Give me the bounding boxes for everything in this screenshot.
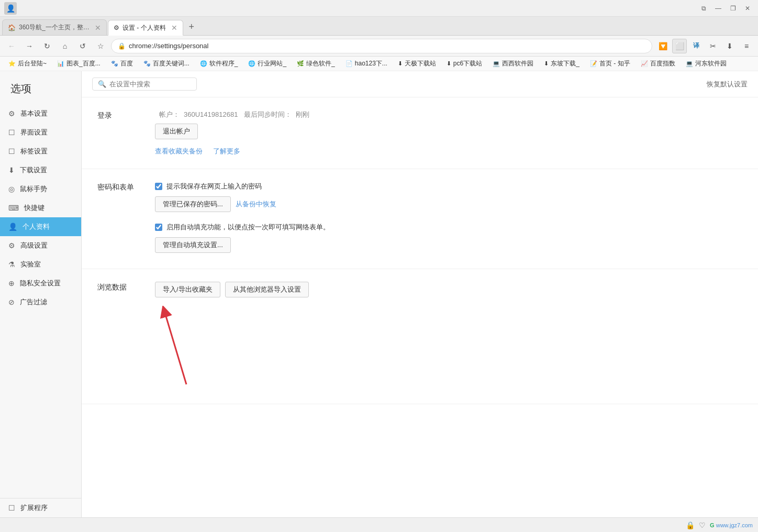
- import-export-btn[interactable]: 导入/导出收藏夹: [155, 282, 220, 297]
- account-prefix: 帐户：: [159, 110, 180, 118]
- advanced-settings-icon: ⚙: [8, 241, 15, 250]
- favorite-btn[interactable]: ☆: [93, 39, 108, 53]
- login-body: 帐户：360U1419812681 最后同步时间：刚刚 退出帐户 查看收藏夹备份…: [155, 110, 742, 156]
- sidebar-item-lab[interactable]: ⚗ 实验室: [0, 255, 81, 274]
- bookmark-4[interactable]: 🌐软件程序_: [196, 58, 242, 69]
- browsing-data-body: 导入/导出收藏夹 从其他浏览器导入设置: [155, 282, 742, 391]
- learn-more-link[interactable]: 了解更多: [213, 147, 240, 155]
- status-bar: 🔒 ♡ G www.jgz7.com: [0, 517, 758, 532]
- tab-1-close[interactable]: ✕: [171, 24, 177, 32]
- autofill-row: 启用自动填充功能，以便点按一次即可填写网络表单。: [155, 223, 742, 232]
- bookmark-14[interactable]: 💻河东软件园: [682, 58, 731, 69]
- extensions-sidebar-icon: ☐: [8, 504, 15, 512]
- sync-time: 刚刚: [296, 110, 309, 118]
- history-btn[interactable]: ↺: [75, 39, 90, 53]
- tab-1-favicon: ⚙: [114, 24, 119, 31]
- tab-0[interactable]: 🏠 360导航_一个主页，整个世界 ✕: [2, 19, 107, 35]
- back-btn[interactable]: ←: [4, 39, 19, 53]
- browsing-data-section: 浏览数据 导入/导出收藏夹 从其他浏览器导入设置: [82, 269, 758, 404]
- autofill-label: 启用自动填充功能，以便点按一次即可填写网络表单。: [166, 223, 330, 232]
- sidebar-item-basic[interactable]: ⚙ 基本设置: [0, 104, 81, 123]
- logout-btn[interactable]: 退出帐户: [155, 124, 198, 139]
- sync-prefix: 最后同步时间：: [244, 110, 292, 118]
- bookmark-5[interactable]: 🌐行业网站_: [244, 58, 291, 69]
- forward-btn[interactable]: →: [22, 39, 37, 53]
- sidebar-bottom: ☐ 扩展程序: [0, 498, 81, 517]
- title-bar-left: 👤: [4, 2, 17, 15]
- sidebar-item-adblock[interactable]: ⊘ 广告过滤: [0, 293, 81, 312]
- autofill-checkbox[interactable]: [155, 224, 162, 231]
- window-close-btn[interactable]: ✕: [741, 2, 754, 15]
- sidebar-item-download-label: 下载设置: [20, 165, 47, 175]
- menu-btn[interactable]: ≡: [739, 39, 754, 53]
- bookmark-11[interactable]: ⬇东坡下载_: [540, 58, 584, 69]
- browsing-data-label: 浏览数据: [97, 282, 139, 391]
- sidebar-item-shortcut[interactable]: ⌨ 快捷键: [0, 198, 81, 217]
- tab-1[interactable]: ⚙ 设置 - 个人资料 ✕: [108, 20, 183, 36]
- search-input[interactable]: [109, 80, 193, 88]
- sidebar-item-download[interactable]: ⬇ 下载设置: [0, 161, 81, 180]
- refresh-btn[interactable]: ↻: [40, 39, 54, 53]
- download-btn[interactable]: ⬇: [722, 39, 737, 53]
- ui-settings-icon: ☐: [8, 128, 15, 137]
- sidebar-item-lab-label: 实验室: [20, 260, 41, 269]
- sidebar-item-profile[interactable]: 👤 个人资料: [0, 217, 81, 236]
- nav-right: 🔽 ⬜ 译 ✂ ⬇ ≡: [655, 39, 754, 53]
- address-bar[interactable]: 🔒 chrome://settings/personal: [111, 39, 652, 53]
- window-new-btn[interactable]: ⧉: [697, 2, 710, 15]
- bookmark-6[interactable]: 🌿绿色软件_: [293, 58, 339, 69]
- remember-password-row: 提示我保存在网页上输入的密码: [155, 182, 742, 191]
- scissors-btn[interactable]: ✂: [706, 39, 720, 53]
- lab-settings-icon: ⚗: [8, 260, 15, 269]
- tab-settings-icon: ☐: [8, 147, 15, 156]
- sidebar-item-extensions[interactable]: ☐ 扩展程序: [0, 498, 81, 517]
- status-right: 🔒 ♡ G www.jgz7.com: [686, 521, 753, 529]
- reset-defaults-btn[interactable]: 恢复默认设置: [707, 80, 748, 89]
- bookmark-8[interactable]: ⬇天极下载站: [394, 58, 440, 69]
- restore-backup-link[interactable]: 从备份中恢复: [236, 200, 276, 208]
- manage-autofill-btn[interactable]: 管理自动填充设置...: [155, 237, 231, 253]
- tab-bar: 🏠 360导航_一个主页，整个世界 ✕ ⚙ 设置 - 个人资料 ✕ +: [0, 17, 758, 36]
- watermark: G www.jgz7.com: [710, 522, 753, 528]
- sidebar-item-privacy[interactable]: ⊕ 隐私安全设置: [0, 274, 81, 293]
- sidebar-item-profile-label: 个人资料: [23, 222, 50, 231]
- bookmark-1[interactable]: 📊图表_百度...: [53, 58, 105, 69]
- sidebar-item-extensions-label: 扩展程序: [20, 503, 48, 513]
- extensions-btn[interactable]: ⬜: [672, 39, 687, 53]
- search-dropdown-btn[interactable]: 🔽: [655, 39, 670, 53]
- import-browser-btn[interactable]: 从其他浏览器导入设置: [225, 282, 309, 297]
- bookmark-0[interactable]: ⭐后台登陆~: [4, 58, 51, 69]
- window-minimize-btn[interactable]: —: [712, 2, 724, 15]
- login-section: 登录 帐户：360U1419812681 最后同步时间：刚刚 退出帐户 查看收藏…: [82, 97, 758, 169]
- settings-header: 🔍 恢复默认设置: [82, 71, 758, 97]
- sidebar-item-advanced[interactable]: ⚙ 高级设置: [0, 236, 81, 255]
- window-restore-btn[interactable]: ❐: [727, 2, 739, 15]
- title-bar: 👤 ⧉ — ❐ ✕: [0, 0, 758, 17]
- translate-btn[interactable]: 译: [689, 39, 704, 53]
- download-settings-icon: ⬇: [8, 166, 15, 174]
- bookmark-3[interactable]: 🐾百度关键词...: [139, 58, 194, 69]
- bookmark-9[interactable]: ⬇pc6下载站: [442, 58, 486, 69]
- heart-icon: ♡: [699, 521, 706, 529]
- sidebar-item-mouse[interactable]: ◎ 鼠标手势: [0, 180, 81, 198]
- remember-password-label: 提示我保存在网页上输入的密码: [166, 182, 262, 191]
- search-box[interactable]: 🔍: [92, 77, 197, 91]
- main-content: 选项 ⚙ 基本设置 ☐ 界面设置 ☐ 标签设置 ⬇ 下载设置 ◎ 鼠标手势 ⌨ …: [0, 71, 758, 517]
- bookmarks-bar: ⭐后台登陆~ 📊图表_百度... 🐾百度 🐾百度关键词... 🌐软件程序_ 🌐行…: [0, 57, 758, 71]
- bookmark-7[interactable]: 📄hao123下...: [341, 58, 392, 69]
- bookmark-13[interactable]: 📈百度指数: [637, 58, 679, 69]
- bookmark-10[interactable]: 💻西西软件园: [488, 58, 538, 69]
- bookmark-12[interactable]: 📝首页 - 知乎: [586, 58, 634, 69]
- home-btn[interactable]: ⌂: [58, 39, 72, 53]
- address-text: chrome://settings/personal: [129, 42, 208, 50]
- new-tab-btn[interactable]: +: [184, 19, 199, 34]
- bookmark-2[interactable]: 🐾百度: [107, 58, 137, 69]
- sidebar-item-tab-label: 标签设置: [20, 147, 48, 156]
- sidebar-item-tab[interactable]: ☐ 标签设置: [0, 142, 81, 161]
- manage-passwords-btn[interactable]: 管理已保存的密码...: [155, 196, 231, 212]
- sidebar-item-ui[interactable]: ☐ 界面设置: [0, 123, 81, 142]
- tab-0-close[interactable]: ✕: [95, 24, 101, 32]
- sidebar-item-ui-label: 界面设置: [20, 128, 48, 137]
- view-backup-link[interactable]: 查看收藏夹备份: [155, 147, 203, 155]
- remember-password-checkbox[interactable]: [155, 183, 162, 190]
